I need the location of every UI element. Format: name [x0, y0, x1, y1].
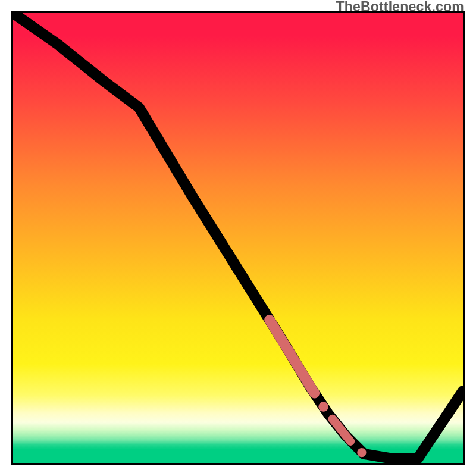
- chart-stage: TheBottleneck.com: [0, 0, 476, 476]
- marker-dot-2: [357, 448, 366, 457]
- marker-segment-heavy: [270, 320, 315, 393]
- plot-area: [11, 11, 465, 465]
- bottleneck-curve: [13, 13, 463, 458]
- marker-dot-1: [318, 402, 328, 412]
- plot-svg: [13, 13, 463, 463]
